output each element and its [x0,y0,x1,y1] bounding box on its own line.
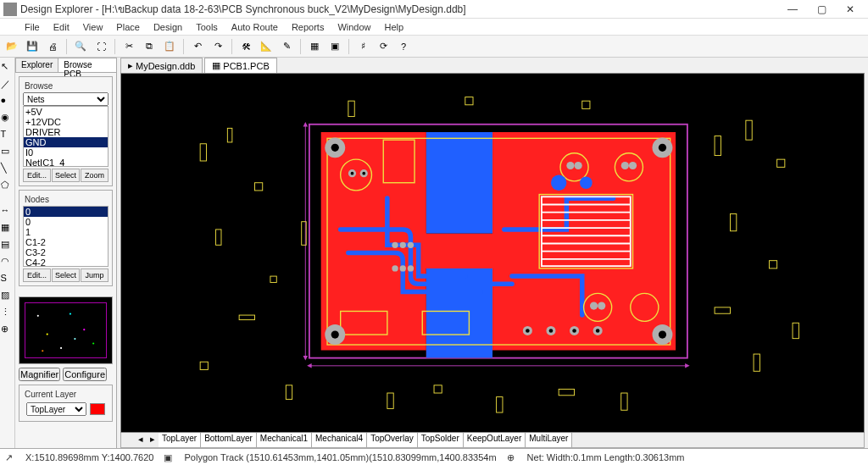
preview-panel[interactable] [19,296,113,364]
pad-icon[interactable]: ● [1,95,14,108]
diag-icon[interactable]: ╲ [1,163,14,176]
text-icon[interactable]: T [1,129,14,142]
poly-icon[interactable]: ⬠ [1,180,14,193]
scroll-right-icon[interactable]: ▸ [147,433,159,447]
svg-point-5 [92,342,94,344]
list-item[interactable]: NetIC1_4 [24,158,108,167]
rect-icon[interactable]: ▭ [1,146,14,159]
layer-tab[interactable]: TopLayer [159,433,201,447]
layer-tab[interactable]: Mechanical1 [257,433,312,447]
menu-file[interactable]: File [19,20,46,34]
separator [114,39,115,54]
tool2-icon[interactable]: 📐 [258,38,275,55]
svg-point-2 [47,334,48,335]
browse-title: Browse [23,81,54,91]
open-icon[interactable]: 📂 [3,38,20,55]
arc-icon[interactable]: ◠ [1,256,14,269]
chip-icon[interactable]: ▦ [306,38,323,55]
layer-tab[interactable]: BottomLayer [201,433,257,447]
menu-design[interactable]: Design [147,20,188,34]
menu-tools[interactable]: Tools [190,20,224,34]
zoom-fit-icon[interactable]: ⛶ [92,38,109,55]
layer-tab[interactable]: TopSolder [418,433,464,447]
tool-icon[interactable]: 🛠 [237,38,254,55]
browse-edit-button[interactable]: Edit... [23,169,51,182]
help-icon[interactable]: ? [395,38,412,55]
svg-rect-88 [465,97,473,105]
menu-help[interactable]: Help [379,20,410,34]
group-icon[interactable]: ▣ [326,38,343,55]
svg-rect-80 [754,354,760,371]
undo-icon[interactable]: ↶ [189,38,206,55]
dim-icon[interactable]: ↔ [1,205,14,219]
tool3-icon[interactable]: ✎ [278,38,295,55]
browse-select-button[interactable]: Select [52,169,80,182]
svg-rect-87 [348,101,354,116]
origin-icon[interactable]: ⊕ [1,324,14,337]
via-icon[interactable]: ◉ [1,112,14,125]
list-item[interactable]: C1-2 [24,237,108,247]
line-icon[interactable]: ／ [1,78,14,91]
comp-icon[interactable]: ▤ [1,239,14,252]
menu-view[interactable]: View [77,20,109,34]
browse-dropdown[interactable]: Nets [23,92,108,106]
list-item[interactable]: 0 [24,207,108,217]
string-icon[interactable]: S [1,273,14,286]
browse-panel: Browse Nets +5V +12VDC DRIVER GND I0 Net… [15,73,116,293]
layer-tab[interactable]: MultiLayer [526,433,572,447]
save-icon[interactable]: 💾 [24,38,41,55]
pcb-canvas[interactable] [120,73,865,433]
scroll-left-icon[interactable]: ◂ [135,433,147,447]
tab-browse-pcb[interactable]: Browse PCB [58,58,117,72]
fill-icon[interactable]: ▨ [1,290,14,303]
array-icon[interactable]: ⋮ [1,307,14,320]
nodes-select-button[interactable]: Select [52,268,80,282]
magnifier-button[interactable]: Magnifier [19,368,60,381]
list-item[interactable]: GND [24,137,108,147]
redo-icon[interactable]: ↷ [209,38,226,55]
layer-tab[interactable]: TopOverlay [367,433,418,447]
menu-reports[interactable]: Reports [286,20,331,34]
layer-color-swatch[interactable] [90,403,105,415]
nodes-edit-button[interactable]: Edit... [23,268,51,282]
zoom-area-icon[interactable]: 🔍 [72,38,89,55]
title-bar: Design Explorer - [H:\ขBackup data 18-2-… [0,0,868,19]
configure-button[interactable]: Configure [63,368,107,381]
nodes-list[interactable]: 0 0 1 C1-2 C3-2 C4-2 C5-2 C6-2 [23,206,108,267]
layer-tab[interactable]: KeepOutLayer [464,433,526,447]
menu-autoroute[interactable]: Auto Route [225,20,284,34]
list-item[interactable]: 1 [24,227,108,237]
list-item[interactable]: C4-2 [24,257,108,267]
list-item[interactable]: 0 [24,217,108,227]
minimize-button[interactable]: — [778,1,807,18]
browse-zoom-button[interactable]: Zoom [81,169,108,182]
tab-mydesign[interactable]: ▸MyDesign.ddb [120,58,203,73]
nets-list[interactable]: +5V +12VDC DRIVER GND I0 NetIC1_4 NetIC1… [23,106,108,167]
rotate-icon[interactable]: ⟳ [375,38,392,55]
close-button[interactable]: ✕ [836,1,865,18]
layer-tab[interactable]: Mechanical4 [312,433,367,447]
nodes-jump-button[interactable]: Jump [81,268,108,282]
list-item[interactable]: +12VDC [24,117,108,127]
svg-point-43 [400,242,406,248]
tab-explorer[interactable]: Explorer [15,58,58,72]
paste-icon[interactable]: 📋 [161,38,178,55]
cut-icon[interactable]: ✂ [120,38,137,55]
grid-icon[interactable]: ♯ [354,38,371,55]
layer-dropdown[interactable]: TopLayer [26,402,86,416]
maximize-button[interactable]: ▢ [807,1,836,18]
tab-pcb1[interactable]: ▦PCB1.PCB [204,58,276,73]
separator [300,39,301,54]
list-item[interactable]: DRIVER [24,127,108,137]
list-item[interactable]: +5V [24,107,108,117]
svg-rect-73 [286,385,292,400]
room-icon[interactable]: ▦ [1,222,14,235]
menu-place[interactable]: Place [110,20,146,34]
list-item[interactable]: I0 [24,147,108,158]
copy-icon[interactable]: ⧉ [141,38,158,55]
menu-edit[interactable]: Edit [47,20,75,34]
menu-window[interactable]: Window [331,20,376,34]
print-icon[interactable]: 🖨 [44,38,61,55]
list-item[interactable]: C3-2 [24,247,108,257]
cursor-icon[interactable]: ↖ [1,61,14,75]
